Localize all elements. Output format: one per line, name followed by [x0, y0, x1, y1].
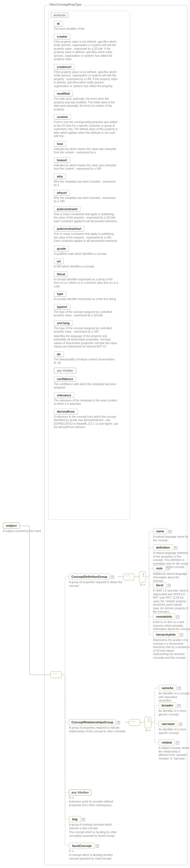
occurrence-range: 0..∞: [146, 729, 151, 732]
element-label: facet: [153, 582, 166, 588]
subject-element: subject: [3, 523, 20, 529]
expand-icon[interactable]: +: [176, 616, 179, 619]
attribute-item: creatorIf the property value is not defi…: [54, 34, 127, 61]
attribute-name: why: [54, 174, 66, 179]
expand-icon[interactable]: +: [117, 721, 120, 724]
attribute-name: qcode: [54, 246, 69, 251]
concept-relationships-group: ConceptRelationshipsGroup+ A group of pr…: [69, 719, 128, 733]
attribute-item: confidenceThe confidence with which the …: [54, 376, 127, 390]
attribute-name: type: [54, 291, 67, 297]
choice-indicator: [139, 571, 146, 583]
attribute-desc: One or many constraints that apply to pu…: [54, 213, 118, 223]
attribute-name: custom: [54, 114, 71, 120]
element-desc: In NAR 1.8 and later, facet is deprecate…: [153, 589, 190, 614]
attribute-name: relevance: [54, 393, 74, 398]
attribute-name: dir: [54, 351, 64, 357]
attribute-name: uri: [54, 258, 64, 264]
expand-icon[interactable]: +: [178, 704, 181, 707]
attribute-name: modified: [54, 91, 73, 96]
attribute-item: pubconstraintOne or many constraints tha…: [54, 206, 127, 223]
attribute-desc: Why the metadata has been included - exp…: [54, 180, 118, 187]
element-desc: An identifier of a more specific concept…: [159, 728, 190, 735]
element-label: broader: [159, 702, 176, 708]
sequence-indicator: [123, 574, 135, 580]
any-other-element: any ##other 0..∞ Extension point for pro…: [69, 789, 122, 807]
attribute-desc: If the property value is not defined, sp…: [54, 40, 118, 61]
group-label: ConceptRelationshipsGroup: [69, 719, 116, 725]
expand-icon[interactable]: +: [178, 687, 181, 690]
attribute-desc: One or many constraints that apply to pu…: [54, 232, 118, 243]
concept-definition-group: ConceptDefinitionGroup+ A group of prope…: [69, 574, 128, 588]
element-desc: Represents the position of a concept in …: [153, 639, 190, 659]
attribute-item: derivedfromA reference to the concept fr…: [54, 409, 127, 429]
attribute-item: creatoruriIf the property value is not d…: [54, 64, 127, 88]
element-desc: An identifier of a more generic concept.: [159, 709, 190, 716]
attribute-name: creatoruri: [54, 64, 74, 70]
attribute-desc: The type of the concept assigned as cont…: [54, 327, 118, 334]
attribute-name: creator: [54, 34, 70, 39]
expand-icon[interactable]: +: [167, 584, 171, 587]
attribute-desc: A concept identifier expressed as a stri…: [54, 278, 118, 288]
attribute-item: typeuriThe type of the concept assigned …: [54, 304, 127, 317]
element-label: hierarchyInfo: [153, 631, 179, 638]
attribute-desc: Indicates by which means the value was e…: [54, 148, 118, 155]
child-element: broader+An identifier of a more generic …: [159, 702, 190, 716]
attribute-name: id: [54, 21, 63, 26]
occurrence-range: 0..∞: [69, 796, 122, 799]
sequence-indicator: [50, 671, 62, 678]
expand-icon[interactable]: +: [179, 723, 182, 726]
attribute-name: derivedfrom: [54, 409, 78, 414]
child-element: sameAs+An identifier of a concept with e…: [159, 685, 190, 703]
expand-icon[interactable]: +: [167, 567, 170, 570]
attribute-name: literal: [54, 271, 68, 277]
attribute-name: any ##other: [54, 368, 76, 373]
attribute-item: modifiedThe date (and, optionally, the t…: [54, 91, 127, 111]
expand-icon[interactable]: +: [168, 530, 172, 533]
expand-icon[interactable]: +: [111, 576, 114, 579]
attribute-item: relevanceThe relevance of the metadata t…: [54, 393, 127, 406]
element-desc: A natural language name for the concept.: [153, 535, 190, 542]
attribute-desc: Why the metadata has been included - exp…: [54, 196, 118, 204]
attribute-name: confidence: [54, 376, 76, 382]
attribute-desc: A reference to the concept from which th…: [54, 415, 118, 429]
attribute-item: qcodeA qualified code which identifies a…: [54, 246, 127, 256]
choice-indicator: [145, 717, 151, 728]
attribute-desc: The directionality of textual content (e…: [54, 358, 118, 365]
attribute-name: how: [54, 141, 66, 147]
facet-concept-element: facetConcept+ 0..∞ A concept which is fa…: [69, 843, 122, 860]
expand-icon[interactable]: +: [180, 633, 183, 637]
attribute-desc: A URI which identifies a concept.: [54, 265, 118, 269]
attribute-desc: The confidence with which the metadata h…: [54, 382, 118, 390]
attribute-item: any ##other: [54, 368, 127, 373]
type-title: Flex1ConceptPropType: [48, 3, 83, 6]
element-label: related: [159, 739, 175, 746]
element-label: narrower: [159, 721, 178, 727]
element-desc: A link to an item or a web resource whic…: [153, 621, 190, 631]
attribute-name: pubconstraint: [54, 206, 80, 212]
attribute-item: xml:langThe type of the concept assigned…: [54, 320, 127, 349]
expand-icon[interactable]: +: [174, 546, 178, 550]
subject-desc: A subject covered by the event.: [3, 529, 42, 533]
expand-icon[interactable]: +: [96, 845, 99, 848]
attribute-name: typeuri: [54, 304, 70, 310]
element-label: note: [153, 565, 165, 571]
subject-node: subject A subject covered by the event.: [3, 523, 42, 533]
expand-icon[interactable]: +: [82, 818, 85, 821]
attribute-item: customIf set to true the corresponding p…: [54, 114, 127, 138]
attribute-name: howuri: [54, 157, 70, 163]
attributes-title: attributes: [51, 13, 68, 18]
attribute-desc: The type of the concept assigned as cont…: [54, 310, 118, 317]
expand-icon[interactable]: +: [176, 741, 179, 744]
element-label: facetConcept: [69, 843, 95, 849]
child-element: name+A natural language name for the con…: [153, 528, 190, 542]
attribute-item: typeA concept identifier expressed as a …: [54, 291, 127, 301]
attribute-desc: If set to true the corresponding propert…: [54, 121, 118, 138]
occurrence-range: 0..∞: [140, 583, 145, 586]
attributes-list: idThe local identifier of thecreatorIf t…: [54, 21, 127, 432]
attribute-item: howIndicates by which means the value wa…: [54, 141, 127, 155]
attribute-desc: Specifies the language of this property …: [54, 335, 118, 349]
attribute-desc: Indicates by which means the value was e…: [54, 164, 118, 171]
element-label: name: [153, 528, 167, 534]
attribute-desc: The relevance of the metadata to the new…: [54, 399, 118, 406]
attribute-desc: The date (and, optionally, the time) whe…: [54, 97, 118, 111]
